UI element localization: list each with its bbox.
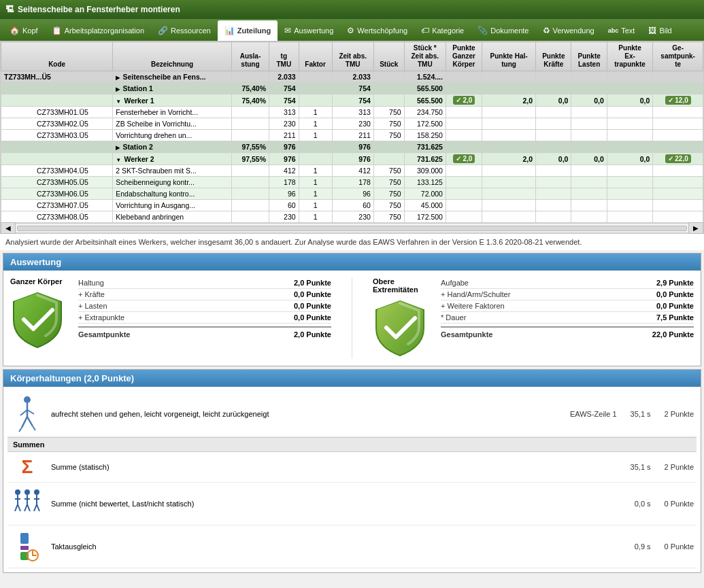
horizontal-scrollbar[interactable]: ◀ ▶ <box>1 223 703 232</box>
analysis-text: Analysiert wurde der Arbeitsinhalt eines… <box>0 233 704 250</box>
detail-value: 0,0 Punkte <box>277 313 331 322</box>
cell-faktor <box>299 141 332 153</box>
obere-extremitaeten-panel: Obere Extremitäten <box>373 277 694 359</box>
table-row[interactable]: ▼ Werker 175,40%754754565.500✓ 2,02,00,0… <box>1 94 703 107</box>
table-row[interactable]: CZ733MH06.Ü5Endabschaltung kontro...9619… <box>1 188 703 200</box>
cell-punkte-ganzer-koerper <box>446 71 482 83</box>
sum-row: Summe (nicht bewertet, Last/nicht statis… <box>7 483 697 525</box>
cell-punkte-lasten <box>571 188 607 200</box>
table-row[interactable]: CZ733MH08.Ü5Klebeband anbringen230123075… <box>1 211 703 223</box>
table-scroll[interactable]: KodeBezeichnungAusla-stungtgTMUFaktorZei… <box>1 41 703 223</box>
sum-icon-sigma: Σ <box>10 456 44 478</box>
expand-triangle[interactable]: ▼ <box>116 157 122 163</box>
nav-icon-ressourcen: 🔗 <box>158 26 168 35</box>
expand-triangle[interactable]: ▼ <box>116 99 122 105</box>
cell-tg-tmu: 412 <box>269 165 299 177</box>
auswertung-body: Ganzer Körper <box>3 271 701 366</box>
bezeichnung-text: Station 1 <box>123 84 153 92</box>
sum-description: Summe (nicht bewertet, Last/nicht statis… <box>51 500 628 508</box>
cell-punkte-kraefte <box>536 130 571 141</box>
nav-icon-kopf: 🏠 <box>10 26 20 35</box>
table-row[interactable]: CZ733MH05.Ü5Scheibenneigung kontr...1781… <box>1 177 703 188</box>
nav-icon-bild: 🖼 <box>648 26 656 35</box>
nav-item-kopf[interactable]: 🏠Kopf <box>3 20 45 41</box>
expand-triangle[interactable]: ▶ <box>116 145 121 151</box>
table-row[interactable]: CZ733MH07.Ü5Vorrichtung in Ausgang...601… <box>1 200 703 211</box>
nav-item-text[interactable]: abcText <box>601 20 642 41</box>
expand-triangle[interactable]: ▶ <box>116 75 121 81</box>
cell-auslastung <box>231 118 269 130</box>
cell-bezeichnung: ▼ Werker 2 <box>113 153 232 165</box>
cell-punkte-lasten <box>571 177 607 188</box>
expand-triangle[interactable]: ▶ <box>116 86 121 92</box>
badge-gesamtpunkte: ✓ 12,0 <box>665 96 691 105</box>
cell-stueck: 750 <box>373 107 404 118</box>
nav-item-ressourcen[interactable]: 🔗Ressourcen <box>151 20 218 41</box>
cell-kode: CZ733MH04.Ü5 <box>1 165 113 177</box>
cell-stueck-zeit-abs-tmu: 565.500 <box>404 94 446 107</box>
scroll-left-button[interactable]: ◀ <box>1 222 16 234</box>
cell-zeit-abs-tmu: 178 <box>332 177 373 188</box>
detail-label: Haltung <box>78 279 104 287</box>
table-row[interactable]: CZ733MH04.Ü52 SKT-Schrauben mit S...4121… <box>1 165 703 177</box>
cell-stueck: 750 <box>373 211 404 223</box>
main-table: KodeBezeichnungAusla-stungtgTMUFaktorZei… <box>1 41 703 223</box>
detail-value: 2,9 Punkte <box>639 279 694 287</box>
scroll-right-button[interactable]: ▶ <box>688 222 703 234</box>
cell-faktor: 1 <box>299 200 332 211</box>
eaws-label: EAWS-Zeile 1 <box>570 410 617 418</box>
nav-item-dokumente[interactable]: 📎Dokumente <box>471 20 535 41</box>
cell-stueck-zeit-abs-tmu: 565.500 <box>404 83 446 94</box>
table-row[interactable]: CZ733MH01.Ü5Fensterheber in Vorricht...3… <box>1 107 703 118</box>
bezeichnung-text: Seitenscheibe an Fens... <box>123 73 206 81</box>
table-row[interactable]: ▶ Station 297,55%976976731.625 <box>1 141 703 153</box>
table-row[interactable]: CZ733MH02.Ü5ZB Scheibe in Vorrichtu...23… <box>1 118 703 130</box>
detail-row: Gesamtpunkte22,0 Punkte <box>441 326 694 340</box>
cell-faktor: 1 <box>299 130 332 141</box>
nav-label-verwendung: Verwendung <box>553 27 594 35</box>
detail-row: + Weitere Faktoren0,0 Punkte <box>441 300 694 312</box>
cell-punkte-extrapunkte <box>607 188 652 200</box>
sum-points: 2 Punkte <box>665 463 694 471</box>
nav-item-kategorie[interactable]: 🏷Kategorie <box>414 20 471 41</box>
analysis-text-content: Analysiert wurde der Arbeitsinhalt eines… <box>5 238 582 246</box>
posture-meta: EAWS-Zeile 1 35,1 s 2 Punkte <box>570 410 694 418</box>
cell-punkte-extrapunkte <box>607 200 652 211</box>
detail-value: 7,5 Punkte <box>639 313 694 322</box>
table-row[interactable]: ▶ Station 175,40%754754565.500 <box>1 83 703 94</box>
sum-meta: 0,9 s0 Punkte <box>635 542 694 551</box>
table-row[interactable]: ▼ Werker 297,55%976976731.625✓ 2,02,00,0… <box>1 153 703 165</box>
koerperhaltungen-header: Körperhaltungen (2,0 Punkte) <box>3 370 701 387</box>
cell-punkte-haltung <box>482 130 535 141</box>
cell-zeit-abs-tmu: 96 <box>332 188 373 200</box>
svg-line-4 <box>22 417 27 428</box>
cell-punkte-kraefte <box>536 141 571 153</box>
table-row[interactable]: TZ733MH...Ü5▶ Seitenscheibe an Fens...2.… <box>1 71 703 83</box>
cell-auslastung: 97,55% <box>231 141 269 153</box>
cell-gesamtpunkte <box>653 71 703 83</box>
cell-punkte-extrapunkte <box>607 71 652 83</box>
cell-kode <box>1 83 113 94</box>
nav-label-text: Text <box>621 27 635 35</box>
nav-item-arbeitsplatz[interactable]: 📋Arbeitsplatzorganisation <box>45 20 151 41</box>
cell-gesamtpunkte <box>653 118 703 130</box>
cell-punkte-ganzer-koerper <box>446 188 482 200</box>
table-row[interactable]: CZ733MH03.Ü5Vorrichtung drehen un...2111… <box>1 130 703 141</box>
nav-item-auswertung[interactable]: ✉Auswertung <box>278 20 340 41</box>
nav-item-verwendung[interactable]: ♻Verwendung <box>536 20 601 41</box>
table-section: KodeBezeichnungAusla-stungtgTMUFaktorZei… <box>0 41 704 233</box>
cell-gesamtpunkte <box>653 200 703 211</box>
nav-label-arbeitsplatz: Arbeitsplatzorganisation <box>65 27 144 35</box>
svg-line-7 <box>33 426 35 430</box>
cell-auslastung <box>231 165 269 177</box>
nav-item-zuteilung[interactable]: 📊Zuteilung <box>218 20 278 41</box>
detail-value: 0,0 Punkte <box>277 290 331 298</box>
cell-kode: CZ733MH03.Ü5 <box>1 130 113 141</box>
posture-time: 35,1 s <box>631 410 651 418</box>
nav-item-wertschoepfung[interactable]: ⚙Wertschöpfung <box>340 20 414 41</box>
scroll-track[interactable] <box>17 226 687 231</box>
cell-faktor: 1 <box>299 165 332 177</box>
cell-punkte-lasten <box>571 118 607 130</box>
nav-item-bild[interactable]: 🖼Bild <box>641 20 678 41</box>
cell-kode: CZ733MH08.Ü5 <box>1 211 113 223</box>
